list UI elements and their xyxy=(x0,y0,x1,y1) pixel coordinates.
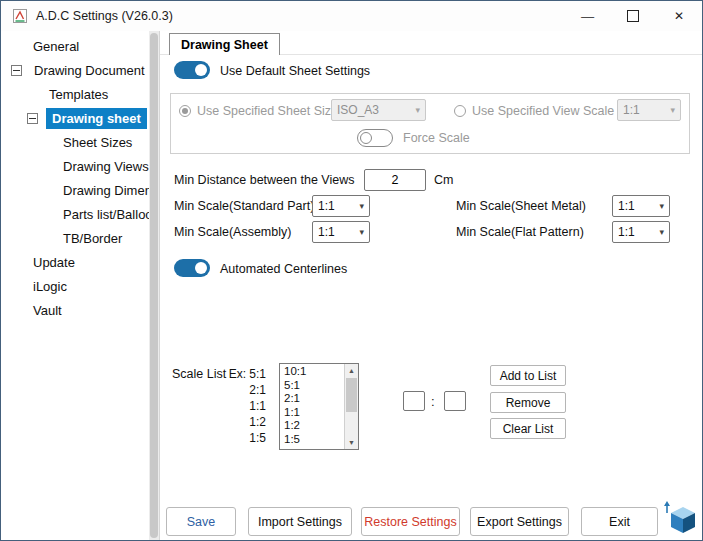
scale-listbox-items: 10:1 5:1 2:1 1:1 1:2 1:5 xyxy=(280,365,344,449)
sidebar-item-label: Update xyxy=(29,253,79,272)
sidebar-item-general[interactable]: General xyxy=(1,34,159,58)
restore-settings-button[interactable]: Restore Settings xyxy=(361,507,460,536)
combo-value: 1:1 xyxy=(618,199,635,213)
tab-drawing-sheet[interactable]: Drawing Sheet xyxy=(169,33,280,55)
close-button[interactable]: ✕ xyxy=(656,1,702,31)
sidebar-item-label: Templates xyxy=(45,85,112,104)
toggle-knob xyxy=(195,64,207,76)
sidebar-item-label: TB/Border xyxy=(59,229,126,248)
scale-numerator-input[interactable] xyxy=(403,391,425,411)
sidebar-item-label: Drawing Dimen xyxy=(59,181,156,200)
sidebar-scrollbar[interactable] xyxy=(149,31,159,540)
list-item[interactable]: 5:1 xyxy=(280,379,344,393)
sidebar-item-label: General xyxy=(29,37,83,56)
example-line: Ex: 5:1 xyxy=(218,366,266,382)
import-settings-button[interactable]: Import Settings xyxy=(248,507,352,536)
maximize-button[interactable] xyxy=(610,1,656,31)
sidebar-item-drawing-views[interactable]: Drawing Views xyxy=(1,154,159,178)
adc-settings-window: A.D.C Settings (V26.0.3) — ✕ General Dra… xyxy=(0,0,703,541)
sidebar-item-drawing-sheet[interactable]: Drawing sheet xyxy=(1,106,159,130)
export-settings-button[interactable]: Export Settings xyxy=(470,507,569,536)
min-scale-standard-part-combo[interactable]: 1:1 ▾ xyxy=(312,195,370,217)
list-item[interactable]: 1:2 xyxy=(280,419,344,433)
sidebar-item-templates[interactable]: Templates xyxy=(1,82,159,106)
automated-centerlines-label: Automated Centerlines xyxy=(220,262,347,277)
scroll-down-icon[interactable]: ▼ xyxy=(345,436,358,449)
button-label: Remove xyxy=(506,396,551,410)
specified-sheet-group: Use Specified Sheet Size ISO_A3 ▾ Use Sp… xyxy=(170,93,690,154)
sidebar-item-label: Sheet Sizes xyxy=(59,133,136,152)
sidebar-item-label: Parts list/Balloo xyxy=(59,205,157,224)
example-line: 1:5 xyxy=(218,430,266,446)
list-item[interactable]: 1:5 xyxy=(280,433,344,447)
scale-listbox[interactable]: 10:1 5:1 2:1 1:1 1:2 1:5 ▲ ▼ xyxy=(279,363,359,450)
sidebar-item-label: iLogic xyxy=(29,277,71,296)
combo-value: 1:1 xyxy=(318,199,335,213)
sidebar-item-label-selected: Drawing sheet xyxy=(46,108,147,129)
use-specified-sheet-size-label: Use Specified Sheet Size xyxy=(197,104,338,119)
min-scale-sheet-metal-combo[interactable]: 1:1 ▾ xyxy=(612,195,670,217)
combo-value: 1:1 xyxy=(318,225,335,239)
min-scale-flat-pattern-label: Min Scale(Flat Pattern) xyxy=(456,225,584,240)
chevron-down-icon: ▾ xyxy=(359,201,364,211)
window-title: A.D.C Settings (V26.0.3) xyxy=(36,9,564,23)
add-to-list-button[interactable]: Add to List xyxy=(490,365,566,386)
use-default-sheet-settings-toggle[interactable] xyxy=(174,61,210,79)
window-controls: — ✕ xyxy=(564,1,702,31)
scale-denominator-input[interactable] xyxy=(444,391,466,411)
sheet-size-combo: ISO_A3 ▾ xyxy=(331,99,426,121)
sidebar-item-ilogic[interactable]: iLogic xyxy=(1,274,159,298)
force-scale-toggle[interactable] xyxy=(357,129,393,147)
button-label: Export Settings xyxy=(477,515,562,529)
button-label: Clear List xyxy=(503,422,554,436)
minimize-button[interactable]: — xyxy=(564,1,610,31)
tree-collapse-icon[interactable] xyxy=(11,65,22,76)
chevron-down-icon: ▾ xyxy=(659,201,664,211)
sidebar-item-parts-list-balloon[interactable]: Parts list/Balloo xyxy=(1,202,159,226)
clear-list-button[interactable]: Clear List xyxy=(490,418,566,439)
listbox-scrollbar-thumb[interactable] xyxy=(346,378,357,412)
maximize-icon xyxy=(627,10,639,22)
button-label: Import Settings xyxy=(258,515,342,529)
button-label: Exit xyxy=(609,515,630,529)
button-label: Save xyxy=(187,515,216,529)
settings-tree: General Drawing Document Templates Drawi… xyxy=(1,31,159,322)
save-button[interactable]: Save xyxy=(166,507,236,536)
min-distance-input[interactable] xyxy=(364,169,426,191)
button-label: Add to List xyxy=(500,369,557,383)
sidebar-scrollbar-thumb[interactable] xyxy=(150,33,158,538)
toggle-knob xyxy=(360,132,372,144)
button-label: Restore Settings xyxy=(364,515,456,529)
chevron-down-icon: ▾ xyxy=(670,105,675,115)
tree-collapse-icon[interactable] xyxy=(27,113,38,124)
scale-ratio-separator: : xyxy=(431,394,435,409)
sidebar-item-sheet-sizes[interactable]: Sheet Sizes xyxy=(1,130,159,154)
use-specified-sheet-size-radio xyxy=(179,105,191,117)
scroll-up-icon[interactable]: ▲ xyxy=(345,364,358,377)
list-item[interactable]: 2:1 xyxy=(280,392,344,406)
example-line: 2:1 xyxy=(218,382,266,398)
titlebar: A.D.C Settings (V26.0.3) — ✕ xyxy=(1,1,702,31)
scale-list-example: Ex: 5:1 2:1 1:1 1:2 1:5 xyxy=(218,366,266,446)
minimize-icon: — xyxy=(580,10,593,22)
sidebar-item-drawing-dimensions[interactable]: Drawing Dimen xyxy=(1,178,159,202)
chevron-down-icon: ▾ xyxy=(415,105,420,115)
sidebar-item-label: Drawing Document xyxy=(30,61,149,80)
exit-button[interactable]: Exit xyxy=(581,507,658,536)
list-item[interactable]: 1:1 xyxy=(280,406,344,420)
min-scale-assembly-combo[interactable]: 1:1 ▾ xyxy=(312,221,370,243)
sidebar-item-update[interactable]: Update xyxy=(1,250,159,274)
min-scale-assembly-label: Min Scale(Assembly) xyxy=(174,225,291,240)
list-item[interactable]: 10:1 xyxy=(280,365,344,379)
force-scale-label: Force Scale xyxy=(403,131,470,146)
listbox-scrollbar[interactable]: ▲ ▼ xyxy=(344,364,358,449)
sidebar-item-tb-border[interactable]: TB/Border xyxy=(1,226,159,250)
min-distance-label: Min Distance between the Views xyxy=(174,173,354,188)
sidebar-item-drawing-document[interactable]: Drawing Document xyxy=(1,58,159,82)
use-default-sheet-settings-label: Use Default Sheet Settings xyxy=(220,64,370,79)
remove-button[interactable]: Remove xyxy=(490,392,566,413)
use-specified-view-scale-radio xyxy=(454,105,466,117)
sidebar-item-vault[interactable]: Vault xyxy=(1,298,159,322)
automated-centerlines-toggle[interactable] xyxy=(174,259,210,277)
min-scale-flat-pattern-combo[interactable]: 1:1 ▾ xyxy=(612,221,670,243)
